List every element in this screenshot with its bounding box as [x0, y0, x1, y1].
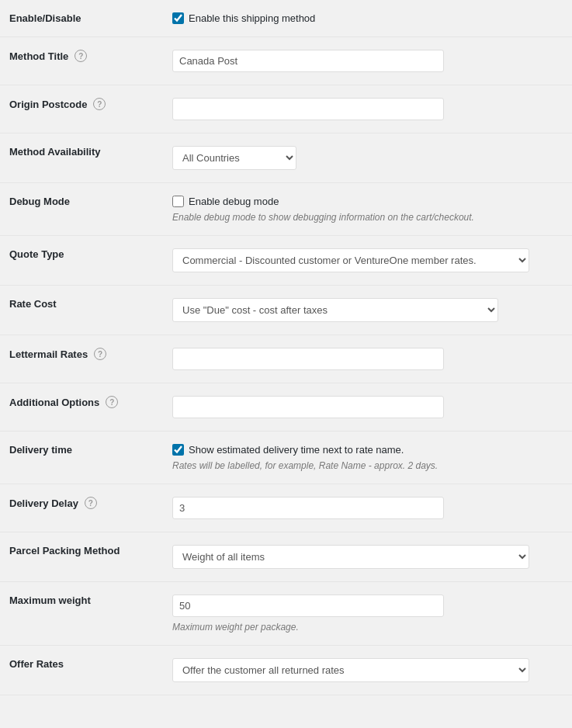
- enable-disable-label: Enable/Disable: [9, 12, 81, 24]
- row-delivery-time: Delivery time Show estimated delivery ti…: [0, 432, 572, 484]
- row-method-availability: Method Availability All Countries Specif…: [0, 133, 572, 183]
- row-quote-type: Quote Type Commercial - Discounted custo…: [0, 236, 572, 286]
- row-method-title: Method Title ?: [0, 37, 572, 85]
- delivery-delay-help-icon[interactable]: ?: [85, 497, 97, 509]
- maximum-weight-description: Maximum weight per package.: [172, 622, 529, 633]
- maximum-weight-input[interactable]: [172, 595, 444, 617]
- row-parcel-packing-method: Parcel Packing Method Weight of all item…: [0, 532, 572, 582]
- maximum-weight-label: Maximum weight: [9, 595, 91, 606]
- offer-rates-select[interactable]: Offer the customer all returned rates Of…: [172, 658, 529, 682]
- row-enable-disable: Enable/Disable Enable this shipping meth…: [0, 0, 572, 37]
- row-rate-cost: Rate Cost Use "Due" cost - cost after ta…: [0, 286, 572, 335]
- method-availability-select[interactable]: All Countries Specific Countries: [172, 146, 296, 170]
- origin-postcode-input[interactable]: [172, 98, 444, 120]
- rate-cost-label: Rate Cost: [9, 298, 57, 310]
- row-delivery-delay: Delivery Delay ?: [0, 484, 572, 532]
- method-title-help-icon[interactable]: ?: [75, 50, 87, 62]
- debug-mode-checkbox-label[interactable]: Enable debug mode: [172, 196, 563, 207]
- debug-mode-label: Debug Mode: [9, 196, 70, 207]
- method-availability-label: Method Availability: [9, 146, 101, 158]
- method-title-label: Method Title: [9, 50, 68, 62]
- method-title-input[interactable]: [172, 50, 444, 72]
- delivery-time-description: Rates will be labelled, for example, Rat…: [172, 460, 529, 471]
- offer-rates-label: Offer Rates: [9, 658, 64, 670]
- parcel-packing-method-label: Parcel Packing Method: [9, 545, 120, 556]
- lettermail-rates-help-icon[interactable]: ?: [94, 348, 106, 360]
- quote-type-label: Quote Type: [9, 248, 64, 260]
- debug-mode-checkbox-text: Enable debug mode: [189, 196, 279, 207]
- origin-postcode-help-icon[interactable]: ?: [93, 98, 106, 110]
- row-origin-postcode: Origin Postcode ?: [0, 85, 572, 133]
- delivery-time-checkbox-label[interactable]: Show estimated delivery time next to rat…: [172, 444, 563, 456]
- additional-options-label: Additional Options: [9, 397, 99, 408]
- additional-options-help-icon[interactable]: ?: [106, 396, 118, 408]
- debug-mode-description: Enable debug mode to show debugging info…: [172, 212, 529, 223]
- lettermail-rates-label: Lettermail Rates: [9, 348, 88, 360]
- delivery-time-checkbox[interactable]: [172, 444, 184, 456]
- delivery-time-label: Delivery time: [9, 444, 72, 456]
- row-debug-mode: Debug Mode Enable debug mode Enable debu…: [0, 183, 572, 236]
- delivery-delay-input[interactable]: [172, 497, 444, 519]
- additional-options-input[interactable]: [172, 396, 444, 418]
- quote-type-select[interactable]: Commercial - Discounted customer or Vent…: [172, 248, 529, 272]
- origin-postcode-label: Origin Postcode: [9, 99, 87, 110]
- row-lettermail-rates: Lettermail Rates ?: [0, 335, 572, 383]
- enable-disable-checkbox-label[interactable]: Enable this shipping method: [172, 12, 563, 24]
- rate-cost-select[interactable]: Use "Due" cost - cost after taxes Use "B…: [172, 298, 498, 322]
- row-additional-options: Additional Options ?: [0, 383, 572, 432]
- debug-mode-checkbox[interactable]: [172, 196, 184, 207]
- settings-table: Enable/Disable Enable this shipping meth…: [0, 0, 572, 695]
- enable-disable-checkbox[interactable]: [172, 12, 184, 24]
- delivery-delay-label: Delivery Delay: [9, 497, 78, 509]
- parcel-packing-method-select[interactable]: Weight of all items Pack items individua…: [172, 545, 529, 569]
- row-offer-rates: Offer Rates Offer the customer all retur…: [0, 646, 572, 695]
- lettermail-rates-input[interactable]: [172, 348, 444, 370]
- row-maximum-weight: Maximum weight Maximum weight per packag…: [0, 582, 572, 646]
- enable-disable-checkbox-text: Enable this shipping method: [189, 12, 315, 24]
- delivery-time-checkbox-text: Show estimated delivery time next to rat…: [189, 444, 404, 456]
